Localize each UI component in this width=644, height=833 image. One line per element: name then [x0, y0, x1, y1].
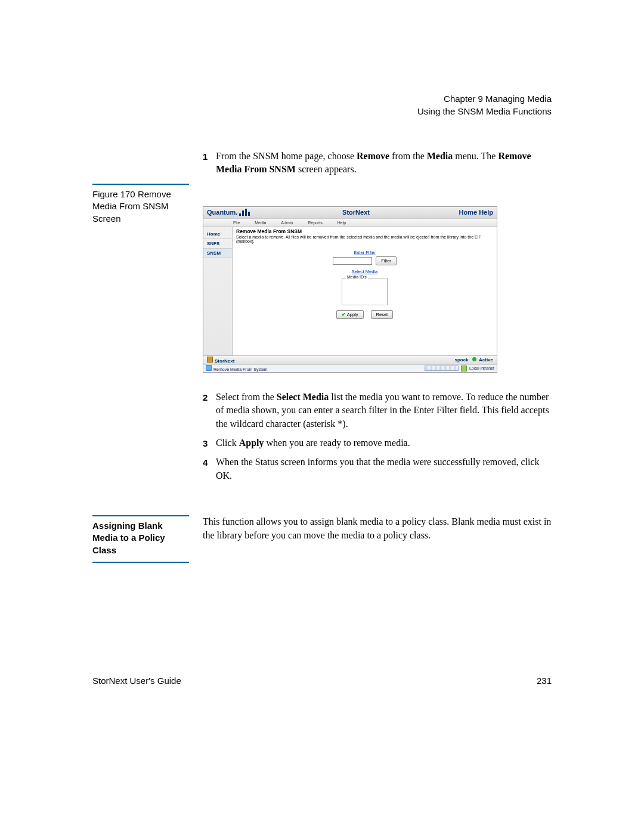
media-ids-legend: Media ID's — [346, 275, 368, 279]
figure-caption-block: Figure 170 Remove Media From SNSM Screen — [92, 184, 189, 225]
step-number: 1 — [203, 150, 216, 176]
page-header: Chapter 9 Managing Media Using the SNSM … — [92, 92, 552, 117]
reset-button[interactable]: Reset — [371, 310, 394, 319]
step-text: Click Apply when you are ready to remove… — [216, 436, 552, 450]
apply-button[interactable]: ✔Apply — [336, 310, 364, 319]
step-1: 1 From the SNSM home page, choose Remove… — [203, 150, 552, 176]
menu-help[interactable]: Help — [338, 221, 346, 225]
bottom-bar: StorNext spock Active — [203, 355, 497, 364]
footer-page-number: 231 — [537, 676, 552, 686]
menu-reports[interactable]: Reports — [308, 221, 323, 225]
step-number: 4 — [203, 456, 216, 482]
page-icon — [206, 365, 212, 371]
zone-icon — [461, 366, 467, 371]
section-title: Using the SNSM Media Functions — [92, 105, 552, 117]
step-text: When the Status screen informs you that … — [216, 456, 552, 482]
menu-file[interactable]: File — [233, 221, 240, 225]
header-links[interactable]: Home Help — [445, 209, 493, 216]
statusbar-right: Local intranet — [469, 366, 494, 370]
step-number: 3 — [203, 436, 216, 450]
sidebar-item-home[interactable]: Home — [203, 230, 232, 239]
footer-guide-title: StorNext User's Guide — [92, 676, 181, 686]
step-2: 2 Select from the Select Media list the … — [203, 391, 552, 431]
step-4: 4 When the Status screen informs you tha… — [203, 456, 552, 482]
status-bar: Remove Media From System Local intranet — [203, 364, 497, 372]
step-number: 2 — [203, 391, 216, 431]
menu-media[interactable]: Media — [255, 221, 266, 225]
main-panel: Remove Media From SNSM Select a media to… — [233, 227, 497, 355]
step-3: 3 Click Apply when you are ready to remo… — [203, 436, 552, 450]
section-heading: Assigning Blank Media to a Policy Class — [92, 515, 189, 563]
enter-filter-label: Enter Filter — [236, 250, 493, 255]
app-title: StorNext — [267, 209, 445, 216]
menu-admin[interactable]: Admin — [281, 221, 293, 225]
bottom-brand: StorNext — [215, 358, 234, 364]
app-window: Quantum. StorNext Home Help File Media A… — [203, 206, 497, 373]
statusbar-left: Remove Media From System — [213, 367, 268, 371]
sidebar-item-snfs[interactable]: SNFS — [203, 239, 232, 249]
host-name: spock — [454, 357, 468, 363]
status-dot-icon — [472, 357, 476, 361]
page-footer: StorNext User's Guide 231 — [92, 676, 552, 686]
panel-description: Select a media to remove. All files will… — [236, 235, 493, 244]
menu-bar: File Media Admin Reports Help — [203, 218, 497, 227]
check-icon: ✔ — [342, 312, 346, 317]
section-assign-blank-media: Assigning Blank Media to a Policy Class … — [92, 515, 552, 563]
brand-logo-icon — [239, 209, 250, 216]
step-text: From the SNSM home page, choose Remove f… — [216, 150, 552, 176]
stornext-icon — [207, 357, 213, 363]
media-ids-listbox[interactable]: Media ID's — [342, 278, 388, 305]
progress-indicator — [425, 366, 459, 371]
filter-input[interactable] — [333, 257, 372, 265]
filter-button[interactable]: Filter — [376, 256, 397, 265]
step-text: Select from the Select Media list the me… — [216, 391, 552, 431]
figure-caption: Figure 170 Remove Media From SNSM Screen — [92, 184, 189, 225]
section-body: This function allows you to assign blank… — [203, 515, 552, 542]
panel-title: Remove Media From SNSM — [236, 228, 493, 234]
select-media-label: Select Media — [236, 269, 493, 274]
screenshot-figure: Quantum. StorNext Home Help File Media A… — [203, 206, 552, 373]
window-titlebar: Quantum. StorNext Home Help — [203, 207, 497, 218]
steps-continued: 2 Select from the Select Media list the … — [203, 391, 552, 482]
sidebar-item-snsm[interactable]: SNSM — [203, 249, 232, 258]
chapter-title: Chapter 9 Managing Media — [92, 92, 552, 105]
brand-name: Quantum. — [207, 209, 237, 216]
status-badge: Active — [479, 357, 493, 363]
nav-sidebar: Home SNFS SNSM — [203, 227, 233, 355]
